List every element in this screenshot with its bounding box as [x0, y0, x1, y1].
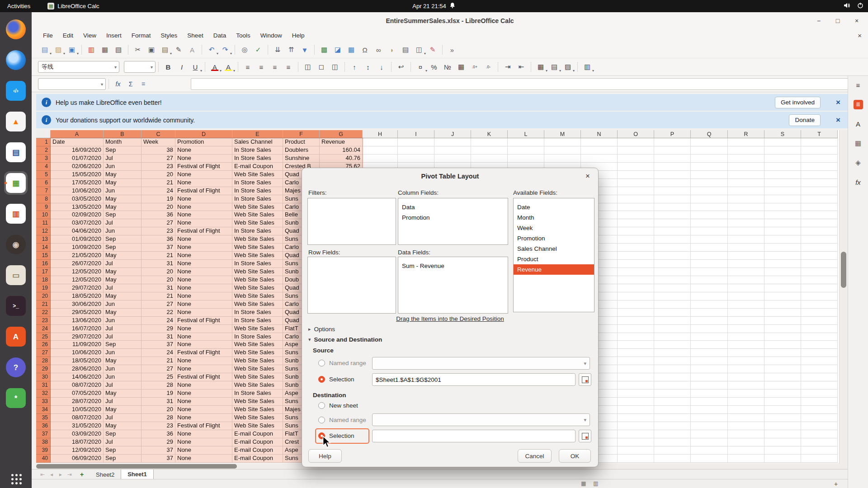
cell-Q30[interactable] — [691, 373, 728, 381]
cell-T24[interactable] — [801, 325, 838, 333]
cell-Q14[interactable] — [691, 244, 728, 252]
cell-S39[interactable] — [764, 446, 801, 455]
view-normal-button[interactable]: ▦ — [581, 480, 586, 487]
cell-D7[interactable]: Festival of Flight — [175, 187, 232, 195]
cell-P27[interactable] — [654, 349, 691, 357]
cell-E37[interactable]: E-mail Coupon — [232, 430, 283, 438]
cell-A29[interactable]: 28/06/2020 — [51, 365, 104, 373]
field-item-promotion[interactable]: Promotion — [514, 233, 594, 244]
cell-Q22[interactable] — [691, 309, 728, 317]
cell-T37[interactable] — [801, 430, 838, 438]
cell-E34[interactable]: Web Site Sales — [232, 406, 283, 414]
cell-Q38[interactable] — [691, 438, 728, 446]
cell-Q40[interactable] — [691, 455, 728, 463]
cell-T39[interactable] — [801, 446, 838, 455]
cell-A4[interactable]: 02/06/2020 — [51, 163, 104, 171]
source-named-range-radio[interactable] — [318, 360, 325, 366]
menu-help[interactable]: Help — [287, 29, 310, 42]
cell-S5[interactable] — [764, 171, 801, 179]
cell-R10[interactable] — [728, 211, 764, 219]
column-header-D[interactable]: D — [175, 130, 232, 138]
row-header-22[interactable]: 22 — [36, 309, 51, 317]
activities-button[interactable]: Activities — [0, 0, 38, 12]
font-size-dropdown-arrow[interactable]: ▾ — [151, 65, 153, 70]
conditional-formatting-button[interactable]: ▥▾ — [581, 61, 594, 73]
cell-G1[interactable]: Revenue — [320, 138, 363, 146]
cell-T23[interactable] — [801, 317, 838, 325]
cell-P19[interactable] — [654, 284, 691, 292]
cell-T17[interactable] — [801, 268, 838, 276]
row-header-9[interactable]: 9 — [36, 203, 51, 211]
cell-A16[interactable]: 26/07/2020 — [51, 260, 104, 268]
cell-R6[interactable] — [728, 179, 764, 187]
cell-O40[interactable] — [618, 455, 654, 463]
column-header-Q[interactable]: Q — [691, 130, 728, 138]
cell-S25[interactable] — [764, 333, 801, 341]
cell-Q9[interactable] — [691, 203, 728, 211]
menu-insert[interactable]: Insert — [101, 29, 127, 42]
cell-L2[interactable] — [508, 146, 544, 155]
cell-S31[interactable] — [764, 381, 801, 389]
clear-formatting-button[interactable]: A — [186, 44, 198, 56]
cell-G2[interactable]: 160.04 — [320, 146, 363, 155]
column-header-B[interactable]: B — [104, 130, 142, 138]
cell-T15[interactable] — [801, 252, 838, 260]
cell-A34[interactable]: 10/05/2020 — [51, 406, 104, 414]
cell-T10[interactable] — [801, 211, 838, 219]
cell-G3[interactable]: 40.76 — [320, 155, 363, 163]
options-expander[interactable]: ▸ Options — [308, 326, 335, 333]
help-button[interactable]: Help — [308, 449, 342, 463]
cell-R31[interactable] — [728, 381, 764, 389]
sort-ascending-button[interactable]: ⇊ — [271, 44, 284, 56]
cell-P7[interactable] — [654, 187, 691, 195]
cell-B38[interactable]: Jul — [104, 438, 142, 446]
cell-E31[interactable]: Web Site Sales — [232, 381, 283, 389]
row-header-35[interactable]: 35 — [36, 414, 51, 422]
field-item-week[interactable]: Week — [514, 223, 594, 233]
donate-button[interactable]: Donate — [789, 114, 821, 126]
cell-D26[interactable]: None — [175, 341, 232, 349]
menu-window[interactable]: Window — [255, 29, 287, 42]
cell-B26[interactable]: Sep — [104, 341, 142, 349]
cell-T18[interactable] — [801, 276, 838, 284]
cell-R38[interactable] — [728, 438, 764, 446]
cut-button[interactable]: ✂ — [132, 44, 144, 56]
cell-K3[interactable] — [471, 155, 508, 163]
cell-D19[interactable]: None — [175, 284, 232, 292]
row-fields-listbox[interactable] — [307, 257, 396, 314]
cell-T28[interactable] — [801, 357, 838, 365]
cell-S34[interactable] — [764, 406, 801, 414]
filters-listbox[interactable] — [307, 198, 396, 245]
row-header-14[interactable]: 14 — [36, 244, 51, 252]
cell-S22[interactable] — [764, 309, 801, 317]
cell-B14[interactable]: Sep — [104, 244, 142, 252]
border-color-dropdown[interactable]: ▾ — [573, 69, 575, 73]
row-header-27[interactable]: 27 — [36, 349, 51, 357]
cell-A13[interactable]: 01/09/2020 — [51, 235, 104, 244]
row-header-1[interactable]: 1 — [36, 138, 51, 146]
name-box-dropdown-arrow[interactable]: ▾ — [101, 81, 103, 86]
dock-item-files[interactable]: ▭ — [4, 263, 28, 287]
cell-E35[interactable]: Web Site Sales — [232, 414, 283, 422]
align-bottom-button[interactable]: ↓ — [375, 61, 388, 73]
cell-O6[interactable] — [618, 179, 654, 187]
destination-shrink-button[interactable] — [579, 430, 591, 442]
cell-C1[interactable]: Week — [142, 138, 175, 146]
cell-T38[interactable] — [801, 438, 838, 446]
cell-P10[interactable] — [654, 211, 691, 219]
new-document-dropdown[interactable]: ▾ — [50, 52, 52, 56]
merge-cells-button[interactable]: ◻ — [315, 61, 328, 73]
headers-footers-button[interactable]: ▤ — [399, 44, 412, 56]
copy-button[interactable]: ▣ — [145, 44, 158, 56]
cell-T11[interactable] — [801, 219, 838, 227]
cell-D9[interactable]: None — [175, 203, 232, 211]
row-header-7[interactable]: 7 — [36, 187, 51, 195]
cell-Q39[interactable] — [691, 446, 728, 455]
cell-D16[interactable]: None — [175, 260, 232, 268]
cell-E30[interactable]: Web Site Sales — [232, 373, 283, 381]
cell-O28[interactable] — [618, 357, 654, 365]
cell-C11[interactable]: 27 — [142, 219, 175, 227]
cell-C15[interactable]: 21 — [142, 252, 175, 260]
dock-item-vscode[interactable]: ‹/› — [4, 79, 28, 103]
format-number-button[interactable]: № — [441, 61, 454, 73]
